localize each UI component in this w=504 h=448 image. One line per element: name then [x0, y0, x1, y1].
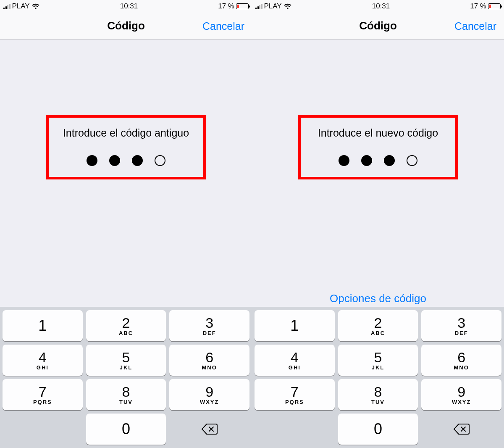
key-digit: 9 — [457, 385, 465, 399]
backspace-icon — [453, 423, 470, 435]
key-letters: WXYZ — [200, 399, 219, 405]
numeric-keypad: 1 2ABC 3DEF 4GHI 5JKL 6MNO 7PQRS 8TUV 9W… — [0, 307, 252, 448]
status-time: 10:31 — [372, 2, 390, 11]
battery-pct: 17 % — [470, 2, 486, 11]
screen-new-passcode: PLAY 10:31 17 % Código Cancelar Introduc… — [252, 0, 504, 448]
key-digit: 7 — [39, 385, 47, 399]
numeric-keypad: 1 2ABC 3DEF 4GHI 5JKL 6MNO 7PQRS 8TUV 9W… — [252, 307, 504, 448]
key-digit: 4 — [291, 350, 299, 364]
key-9[interactable]: 9WXYZ — [169, 379, 249, 410]
key-blank — [3, 414, 83, 445]
key-3[interactable]: 3DEF — [421, 310, 501, 341]
key-5[interactable]: 5JKL — [338, 345, 418, 376]
key-0[interactable]: 0 — [338, 414, 418, 445]
passcode-dot — [384, 155, 395, 166]
key-6[interactable]: 6MNO — [169, 345, 249, 376]
key-digit: 8 — [122, 385, 130, 399]
status-bar: PLAY 10:31 17 % — [252, 0, 504, 13]
key-5[interactable]: 5JKL — [86, 345, 166, 376]
carrier-label: PLAY — [264, 2, 282, 11]
key-letters: ABC — [371, 330, 385, 336]
content-area: Introduce el nuevo código Opciones de có… — [252, 40, 504, 307]
battery-pct: 17 % — [218, 2, 234, 11]
key-letters: PQRS — [33, 399, 52, 405]
passcode-dot — [361, 155, 372, 166]
key-7[interactable]: 7PQRS — [255, 379, 335, 410]
status-right: 17 % — [218, 2, 249, 11]
key-letters: ABC — [119, 330, 133, 336]
nav-bar: Código Cancelar — [0, 13, 252, 40]
status-bar: PLAY 10:31 17 % — [0, 0, 252, 13]
key-letters: JKL — [120, 364, 133, 371]
key-digit: 1 — [38, 318, 47, 333]
signal-icon — [255, 4, 262, 9]
page-title: Código — [359, 19, 397, 32]
key-letters: GHI — [289, 364, 301, 371]
nav-bar: Código Cancelar — [252, 13, 504, 40]
passcode-dots — [53, 155, 199, 166]
passcode-dot — [407, 155, 417, 166]
passcode-dots — [305, 155, 451, 166]
backspace-button[interactable] — [169, 414, 249, 445]
passcode-dot — [87, 155, 97, 166]
passcode-dot — [132, 155, 143, 166]
backspace-button[interactable] — [421, 414, 501, 445]
status-left: PLAY — [255, 2, 292, 11]
cancel-button[interactable]: Cancelar — [202, 20, 244, 32]
key-letters: PQRS — [285, 399, 304, 405]
highlight-box: Introduce el código antiguo — [46, 115, 206, 179]
key-digit: 2 — [122, 316, 130, 330]
key-3[interactable]: 3DEF — [169, 310, 249, 341]
key-digit: 4 — [39, 350, 47, 364]
key-7[interactable]: 7PQRS — [3, 379, 83, 410]
content-area: Introduce el código antiguo — [0, 40, 252, 307]
passcode-options-button[interactable]: Opciones de código — [252, 292, 504, 305]
passcode-dot — [339, 155, 349, 166]
key-digit: 7 — [291, 385, 299, 399]
prompt-text: Introduce el nuevo código — [305, 127, 451, 139]
key-digit: 5 — [122, 350, 130, 364]
key-2[interactable]: 2ABC — [86, 310, 166, 341]
key-2[interactable]: 2ABC — [338, 310, 418, 341]
key-letters: JKL — [372, 364, 385, 371]
page-title: Código — [107, 19, 145, 32]
key-letters: TUV — [119, 399, 133, 405]
carrier-label: PLAY — [12, 2, 30, 11]
battery-icon — [236, 3, 249, 9]
key-digit: 3 — [457, 316, 465, 330]
key-digit: 5 — [374, 350, 382, 364]
key-digit: 0 — [374, 422, 382, 437]
passcode-dot — [155, 155, 165, 166]
status-left: PLAY — [3, 2, 40, 11]
key-letters: TUV — [371, 399, 385, 405]
cancel-button[interactable]: Cancelar — [454, 20, 496, 32]
prompt-text: Introduce el código antiguo — [53, 127, 199, 139]
key-digit: 6 — [205, 350, 213, 364]
key-digit: 9 — [205, 385, 213, 399]
key-6[interactable]: 6MNO — [421, 345, 501, 376]
key-digit: 1 — [290, 318, 299, 333]
passcode-dot — [109, 155, 120, 166]
key-letters: GHI — [37, 364, 49, 371]
key-blank — [255, 414, 335, 445]
key-4[interactable]: 4GHI — [3, 345, 83, 376]
backspace-icon — [201, 423, 218, 435]
key-4[interactable]: 4GHI — [255, 345, 335, 376]
key-letters: DEF — [203, 330, 216, 336]
wifi-icon — [32, 3, 40, 10]
screen-old-passcode: PLAY 10:31 17 % Código Cancelar Introduc… — [0, 0, 252, 448]
key-digit: 0 — [122, 422, 130, 437]
status-right: 17 % — [470, 2, 501, 11]
key-8[interactable]: 8TUV — [338, 379, 418, 410]
key-digit: 3 — [205, 316, 213, 330]
key-letters: MNO — [454, 364, 469, 371]
key-1[interactable]: 1 — [255, 310, 335, 341]
key-8[interactable]: 8TUV — [86, 379, 166, 410]
wifi-icon — [284, 3, 292, 10]
signal-icon — [3, 4, 10, 9]
key-9[interactable]: 9WXYZ — [421, 379, 501, 410]
key-0[interactable]: 0 — [86, 414, 166, 445]
battery-icon — [488, 3, 501, 9]
highlight-box: Introduce el nuevo código — [298, 115, 458, 179]
key-1[interactable]: 1 — [3, 310, 83, 341]
